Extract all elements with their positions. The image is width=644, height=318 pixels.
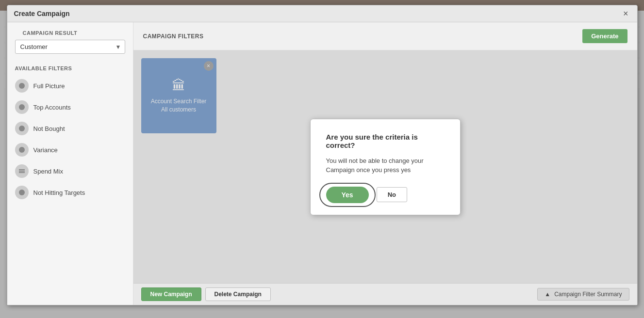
svg-point-7 [19,190,25,195]
filter-label-variance: Variance [33,146,58,154]
filter-label-top-accounts: Top Accounts [33,104,71,111]
content-area: CAMPAIGN FILTERS Generate × 🏛 Account Se… [133,22,637,305]
variance-icon [15,143,29,157]
modal-body: CAMPAIGN RESULT Customer Account Product… [7,22,637,305]
campaign-result-section: CAMPAIGN RESULT Customer Account Product… [7,30,133,62]
svg-rect-4 [19,169,25,170]
campaign-result-title: CAMPAIGN RESULT [15,30,125,40]
campaign-result-select-wrapper: Customer Account Product ▼ [15,40,125,54]
svg-rect-5 [19,171,25,172]
confirm-dialog: Are you sure the criteria is correct? Yo… [310,119,461,215]
bottom-bar: New Campaign Delete Campaign ▲ Campaign … [133,283,637,305]
filter-label-not-hitting-targets: Not Hitting Targets [33,189,85,196]
confirm-buttons: Yes No [326,187,445,203]
modal-title: Create Campaign [14,10,70,17]
campaign-filter-summary-button[interactable]: ▲ Campaign Filter Summary [537,288,629,301]
filter-label-full-picture: Full Picture [33,82,65,90]
modal-overlay: Create Campaign × CAMPAIGN RESULT Custom… [0,0,644,318]
modal-close-button[interactable]: × [621,9,630,18]
svg-point-0 [19,83,25,89]
yes-button[interactable]: Yes [326,187,369,203]
new-campaign-button[interactable]: New Campaign [141,287,201,301]
available-filters-title: AVAILABLE FILTERS [7,65,133,75]
filter-summary-label: Campaign Filter Summary [554,291,622,298]
filter-label-not-bought: Not Bought [33,125,65,132]
svg-point-3 [19,147,25,153]
top-accounts-icon [15,100,29,114]
filter-item-full-picture[interactable]: Full Picture [7,75,133,96]
svg-point-2 [19,126,25,131]
spend-mix-icon [15,164,29,178]
svg-rect-6 [19,172,25,173]
sidebar: CAMPAIGN RESULT Customer Account Product… [7,22,133,305]
not-bought-icon [15,122,29,135]
filter-item-variance[interactable]: Variance [7,139,133,160]
filter-item-not-bought[interactable]: Not Bought [7,118,133,139]
delete-campaign-button[interactable]: Delete Campaign [205,287,271,301]
confirm-dialog-overlay: Are you sure the criteria is correct? Yo… [133,50,637,283]
campaign-result-dropdown[interactable]: Customer Account Product [15,40,125,54]
full-picture-icon [15,79,29,93]
yes-button-wrapper: Yes [326,187,369,203]
create-campaign-modal: Create Campaign × CAMPAIGN RESULT Custom… [7,5,638,305]
filters-canvas: × 🏛 Account Search Filter All customers … [133,50,637,283]
not-hitting-targets-icon [15,186,29,199]
generate-button[interactable]: Generate [582,29,627,43]
confirm-message: You will not be able to change your Camp… [326,156,445,175]
filter-item-spend-mix[interactable]: Spend Mix [7,160,133,182]
no-button[interactable]: No [377,187,407,202]
filter-label-spend-mix: Spend Mix [33,168,63,175]
campaign-filters-header: CAMPAIGN FILTERS Generate [133,22,637,50]
confirm-title: Are you sure the criteria is correct? [326,133,445,149]
available-filters-section: AVAILABLE FILTERS Full Picture Top Accou… [7,62,133,207]
campaign-filters-title: CAMPAIGN FILTERS [143,33,204,40]
modal-title-bar: Create Campaign × [7,5,637,22]
filter-item-not-hitting-targets[interactable]: Not Hitting Targets [7,182,133,203]
svg-point-1 [19,104,25,110]
bottom-bar-left: New Campaign Delete Campaign [141,287,271,301]
filter-item-top-accounts[interactable]: Top Accounts [7,96,133,118]
chevron-up-icon: ▲ [545,291,550,298]
